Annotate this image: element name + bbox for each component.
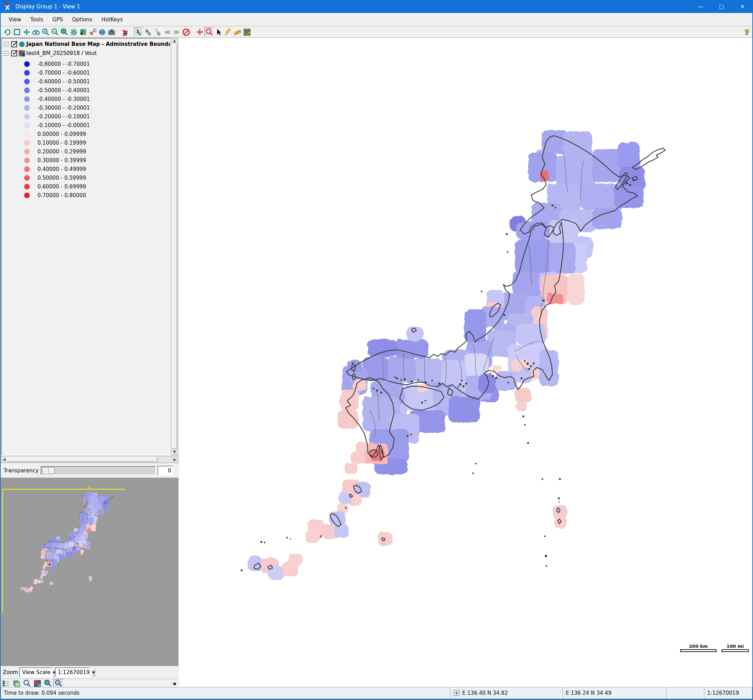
chevron-down-icon[interactable]: ▼	[92, 669, 95, 676]
layer-label[interactable]: test4_BM_20250918 / Vout	[26, 50, 97, 56]
scrollbar-thumb[interactable]	[172, 44, 177, 449]
menu-view[interactable]: View	[4, 14, 26, 25]
zoom-label: Zoom	[3, 669, 18, 675]
scroll-left-icon[interactable]: ◀	[2, 457, 7, 462]
pan-icon[interactable]	[22, 27, 31, 37]
zoom-raster-icon[interactable]	[43, 679, 53, 688]
what-is-icon[interactable]: ?	[153, 27, 162, 37]
legend-color-dot	[24, 105, 30, 111]
legend-color-dot	[24, 79, 30, 84]
menu-gps[interactable]: GPS	[48, 14, 67, 25]
zoom-mode-select[interactable]: View Scale ▼	[19, 667, 53, 677]
collapse-sidebar-icon[interactable]: ◀	[173, 681, 176, 686]
menu-hotkeys[interactable]: HotKeys	[97, 14, 127, 25]
legend-vertical-scrollbar[interactable]: ▲ ▼	[171, 38, 178, 455]
svg-text:+: +	[122, 28, 126, 33]
legend-range-label: -0.30000 - -0.20001	[37, 105, 90, 111]
minimize-button[interactable]: —	[690, 0, 711, 13]
transparency-value[interactable]: 0	[157, 466, 173, 475]
close-button[interactable]: ✕	[732, 0, 753, 13]
select-single-icon[interactable]: 1	[134, 27, 143, 37]
legend-row: 0.30000 - 0.39999	[2, 156, 170, 164]
scalebar-mi	[722, 649, 749, 652]
status-scale: 1:12670019	[704, 687, 752, 699]
legend-horizontal-scrollbar[interactable]: ◀ ▶	[1, 456, 178, 463]
scalebar-km	[680, 649, 717, 652]
legend-row: -0.20000 - -0.10001	[2, 112, 170, 121]
legend-row: 0.60000 - 0.69999	[2, 182, 170, 191]
pan-tool-icon[interactable]	[195, 27, 204, 37]
svg-text:+: +	[43, 29, 46, 34]
overview-map[interactable]	[1, 478, 178, 666]
maximize-button[interactable]: □	[711, 0, 732, 13]
layer-checkbox[interactable]	[11, 41, 17, 47]
geotoolbox-icon[interactable]	[242, 27, 252, 37]
snapshot-icon[interactable]	[107, 27, 116, 37]
zoom-in-icon[interactable]: +	[41, 27, 50, 37]
sketch-tool-icon[interactable]	[223, 27, 233, 37]
locator-icon[interactable]	[31, 27, 41, 37]
menu-tools[interactable]: Tools	[26, 14, 48, 25]
tools-icon[interactable]	[88, 27, 97, 37]
legend-range-label: -0.10000 - -0.00001	[37, 122, 90, 128]
measure-tool-icon[interactable]	[233, 27, 242, 37]
legend-view-icon[interactable]	[1, 679, 11, 688]
scroll-up-icon[interactable]: ▲	[173, 38, 176, 44]
legend-color-dot	[24, 158, 30, 163]
deselect-icon[interactable]	[181, 27, 191, 37]
zoom-box-icon[interactable]	[59, 27, 69, 37]
status-empty	[666, 687, 704, 699]
menu-options[interactable]: Options	[67, 14, 97, 25]
legend-color-dot	[24, 123, 30, 128]
legend-range-label: -0.50000 - -0.40001	[37, 87, 90, 94]
status-time: Time to draw: 0.094 seconds	[1, 687, 450, 699]
layer-label[interactable]: Japan National Base Map - Adminstrative …	[26, 41, 171, 47]
select-tool-icon[interactable]	[214, 27, 223, 37]
legend-color-dot	[24, 149, 30, 155]
legend-color-dot	[24, 140, 30, 146]
map-view[interactable]: 200 km 100 mi	[179, 38, 753, 687]
layer-row-basemap[interactable]: − Japan National Base Map - Adminstrativ…	[2, 40, 170, 48]
scroll-down-icon[interactable]: ▼	[173, 449, 176, 455]
svg-text:?: ?	[155, 28, 157, 33]
main-toolbar: +−+1±??	[1, 27, 752, 38]
help-icon[interactable]: ?	[745, 28, 749, 36]
globe-layer-icon	[19, 41, 25, 48]
collapse-icon[interactable]: −	[4, 51, 8, 56]
scrollbar-thumb[interactable]	[7, 457, 157, 462]
legend-row: 0.50000 - 0.59999	[2, 173, 170, 182]
magnify-icon[interactable]	[22, 679, 32, 688]
globe-icon[interactable]	[97, 27, 107, 37]
zoom-out-icon[interactable]: −	[50, 27, 59, 37]
add-layer-icon[interactable]: +	[120, 27, 130, 37]
legend-range-label: -0.20000 - -0.10001	[37, 114, 90, 120]
collapse-icon[interactable]: −	[4, 42, 8, 47]
legend-row: -0.80000 - -0.70001	[2, 59, 170, 68]
sidebar-toolbar: +◀	[1, 679, 178, 688]
layer-checkbox[interactable]	[11, 50, 17, 56]
zoom-tool-icon[interactable]	[204, 27, 214, 37]
layer-manager-icon[interactable]	[11, 679, 22, 688]
previous-view-icon[interactable]	[78, 27, 88, 37]
legend-color-dot	[24, 131, 30, 137]
menu-bar: ViewToolsGPSOptionsHotKeys	[1, 13, 752, 26]
legend-row: 0.00000 - 0.09999	[2, 130, 170, 138]
prev-element-icon[interactable]	[162, 27, 172, 37]
full-extent-icon[interactable]	[69, 27, 78, 37]
status-bar: Time to draw: 0.094 seconds E 136.40 N 3…	[1, 687, 752, 699]
slider-thumb[interactable]	[42, 467, 55, 474]
transparency-slider[interactable]	[41, 466, 156, 475]
zoom-active-icon[interactable]: +	[53, 679, 64, 688]
legend-color-dot	[24, 114, 30, 119]
raster-view-icon[interactable]	[32, 679, 43, 688]
raster-layer-icon	[19, 50, 25, 57]
zoom-scale-select[interactable]: 1:12670019 ▼	[55, 667, 90, 677]
extent-box-icon[interactable]	[12, 27, 22, 37]
next-element-icon[interactable]	[172, 27, 181, 37]
layer-row-raster[interactable]: − test4_BM_20250918 / Vout	[2, 49, 170, 58]
redraw-icon[interactable]	[3, 27, 12, 37]
transparency-row: Transparency 0	[1, 464, 178, 478]
select-multi-icon[interactable]: ±	[143, 27, 153, 37]
legend-row: 0.20000 - 0.29999	[2, 147, 170, 156]
scroll-right-icon[interactable]: ▶	[172, 457, 178, 462]
